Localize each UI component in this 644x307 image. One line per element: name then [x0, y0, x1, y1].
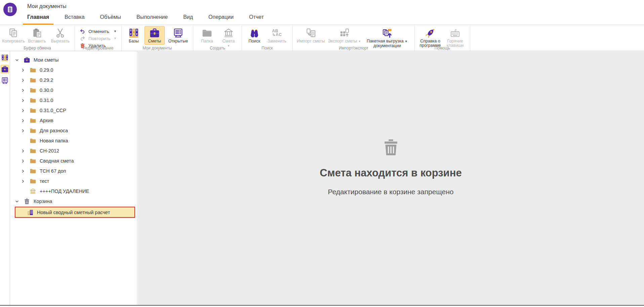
binders-icon [128, 27, 139, 39]
chevron-right-icon[interactable] [21, 89, 29, 92]
ribbon-group-my-documents: Базы Сметы Открытые Мои документы [121, 25, 193, 51]
redo-icon [80, 36, 85, 41]
chevron-down-icon[interactable]: ▼ [114, 30, 117, 33]
cut-button[interactable]: Вырезать [48, 26, 72, 43]
tree-item-folder[interactable]: Архив [10, 115, 137, 126]
rail-bases-button[interactable] [0, 53, 9, 62]
tree-item-folder[interactable]: 0.29.2 [10, 75, 137, 85]
trash-icon [23, 198, 30, 205]
group-label-search: Поиск [242, 46, 292, 50]
briefcase-icon [149, 27, 160, 39]
group-label-create: Создать [193, 46, 242, 50]
batch-upload-button[interactable]: Пакетная выгрузка▼документации [363, 26, 412, 48]
tree-item-moi-smety[interactable]: Мои сметы [10, 55, 137, 65]
scissors-icon [55, 27, 66, 39]
ribbon-group-import-export: Импорт сметы Экспорт сметы▼ Пакетная выг… [292, 25, 414, 51]
batch-upload-icon [382, 27, 393, 39]
rail-opened-button[interactable] [0, 76, 9, 85]
undo-icon [80, 29, 85, 34]
group-label-editing: Редактирование [75, 46, 121, 50]
new-estimate-button[interactable]: Смета ▼ [218, 26, 239, 48]
paste-button[interactable]: Вставить [26, 26, 48, 43]
chevron-down-icon[interactable]: ▼ [114, 37, 117, 40]
folder-icon [29, 107, 36, 114]
chevron-right-icon[interactable] [21, 129, 29, 133]
tree-item-folder[interactable]: ТСН 67 доп [10, 166, 137, 176]
new-folder-button[interactable]: Папка [196, 26, 218, 43]
chevron-right-icon[interactable] [21, 99, 29, 102]
folder-icon [29, 137, 36, 144]
hotkeys-button[interactable]: Горячиеклавиши [443, 26, 467, 48]
chevron-right-icon[interactable] [21, 78, 29, 82]
undo-button[interactable]: Отменить ▼ [80, 28, 117, 34]
tab-vypolnenie[interactable]: Выполнение [129, 11, 175, 25]
chevron-down-icon[interactable]: ▼ [358, 40, 361, 43]
chevron-right-icon[interactable] [21, 68, 29, 72]
replace-button[interactable]: AB↳AC Заменить [264, 26, 290, 43]
main-content: Смета находится в корзине Редактирование… [137, 52, 644, 305]
tree-item-folder[interactable]: 0.30.0 [10, 85, 137, 95]
chevron-down-icon[interactable] [15, 58, 23, 62]
tree-item-folder[interactable]: СН-2012 [10, 146, 137, 156]
briefcase-icon [1, 65, 9, 73]
tree-item-folder[interactable]: 0.31.0_ССР [10, 105, 137, 115]
folder-icon [202, 27, 212, 39]
tree-item-folder[interactable]: тест [10, 176, 137, 186]
chevron-down-icon[interactable]: ▼ [405, 40, 408, 43]
bases-button[interactable]: Базы [124, 26, 143, 43]
bottom-divider [0, 305, 644, 306]
folder-icon [29, 97, 36, 104]
chevron-right-icon[interactable] [21, 159, 29, 163]
window-title: Мои документы [27, 3, 67, 9]
tree-item-folder[interactable]: Сводная смета [10, 156, 137, 166]
chevron-right-icon[interactable] [21, 119, 29, 123]
export-estimate-button[interactable]: Экспорт сметы▼ [326, 26, 363, 44]
building-icon [223, 27, 234, 39]
tree-item-selected-estimate[interactable]: Новый сводный сметный расчет [15, 207, 135, 218]
binoculars-icon [249, 27, 260, 39]
ribbon: Копировать Вставить Вырезать Буфер обмен… [0, 25, 644, 51]
folder-icon [29, 87, 36, 94]
group-label-import-export: Импорт/экспорт [293, 46, 414, 50]
search-button[interactable]: Поиск [245, 26, 264, 43]
import-icon [306, 27, 316, 39]
tree-item-korzina[interactable]: Корзина [10, 196, 137, 206]
folder-icon [29, 77, 36, 84]
documents-tree: Мои сметы 0.29.0 0.29.2 0.30.0 0.31.0 0.… [10, 52, 137, 305]
copy-button[interactable]: Копировать [1, 26, 26, 43]
rail-estimates-button[interactable] [0, 65, 9, 74]
tree-item-folder[interactable]: 0.29.0 [10, 65, 137, 75]
briefcase-icon [23, 57, 30, 64]
folder-icon [29, 168, 36, 175]
main-message-title: Смета находится в корзине [320, 167, 461, 179]
chevron-right-icon[interactable] [21, 149, 29, 153]
replace-icon: AB↳AC [272, 27, 282, 39]
chevron-right-icon[interactable] [21, 169, 29, 173]
tab-obyomy[interactable]: Объёмы [92, 11, 129, 25]
rocket-icon [425, 27, 436, 39]
tab-operacii[interactable]: Операции [201, 11, 241, 25]
about-button[interactable]: Справка опрограмме [417, 26, 443, 48]
tree-item-folder[interactable]: Новая папка [10, 136, 137, 146]
estimates-button[interactable]: Сметы [145, 26, 165, 45]
folder-icon [29, 117, 36, 124]
import-estimate-button[interactable]: Импорт сметы [295, 26, 326, 43]
ribbon-group-help: Справка опрограмме Горячиеклавиши Помощь [414, 25, 470, 51]
app-logo[interactable] [3, 3, 17, 16]
tab-otchet[interactable]: Отчет [241, 11, 272, 25]
redo-button[interactable]: Повторить ▼ [80, 35, 117, 41]
opened-button[interactable]: Открытые [166, 26, 190, 43]
tree-item-folder[interactable]: 0.31.0 [10, 95, 137, 105]
tab-glavnaya[interactable]: Главная [19, 11, 57, 25]
export-icon [339, 27, 350, 39]
tree-item-pod-udalenie[interactable]: ++++ПОД УДАЛЕНИЕ [10, 186, 137, 196]
ribbon-tabs: Главная Вставка Объёмы Выполнение Вид Оп… [19, 11, 272, 25]
folder-icon [29, 178, 36, 185]
tree-item-folder[interactable]: Для разноса [10, 126, 137, 136]
tab-vstavka[interactable]: Вставка [57, 11, 92, 25]
ribbon-group-search: Поиск AB↳AC Заменить Поиск [242, 25, 292, 51]
tab-vid[interactable]: Вид [175, 11, 201, 25]
chevron-down-icon[interactable] [15, 200, 23, 203]
chevron-right-icon[interactable] [21, 179, 29, 183]
chevron-right-icon[interactable] [21, 109, 29, 112]
